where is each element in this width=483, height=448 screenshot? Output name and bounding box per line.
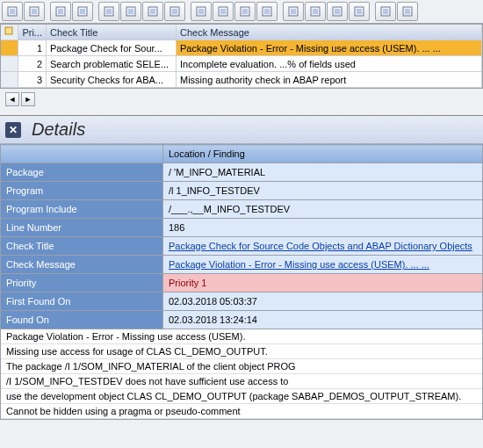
svg-rect-35 [405, 9, 410, 14]
detail-value: /___.,__M_INFO_TESTDEV [163, 200, 483, 219]
details-col-location: Location / Finding [163, 145, 483, 163]
sub2-icon[interactable] [256, 2, 278, 21]
cell-check-message: Incomplete evaluation. ...% of fields us… [177, 56, 482, 72]
scroll-left-icon[interactable]: ◄ [5, 92, 19, 106]
detail-label: First Found On [1, 293, 163, 311]
variant-icon[interactable] [375, 2, 396, 21]
details-title: Details [32, 119, 85, 140]
longtext-line: Missing use access for usage of CLAS CL_… [1, 344, 482, 359]
details-col-blank [1, 145, 163, 163]
detail-label: Program [1, 182, 163, 200]
longtext-line: Package Violation - Error - Missing use … [1, 329, 482, 344]
detail-icon[interactable] [283, 2, 304, 21]
svg-rect-7 [80, 9, 85, 14]
row-handle[interactable] [1, 72, 18, 88]
svg-rect-3 [32, 9, 37, 14]
detail-value: 186 [163, 219, 483, 237]
detail-label: Program Include [1, 200, 163, 219]
svg-rect-21 [242, 9, 248, 14]
details-table: Location / Finding Package/ 'M_INFO_MATE… [0, 144, 483, 329]
longtext-line: /I 1/SOM_INFO_TESTDEV does not have suff… [1, 374, 482, 389]
detail-label: Found On [1, 311, 163, 329]
details-header: ✕ Details [0, 116, 483, 144]
svg-rect-1 [10, 9, 15, 14]
svg-rect-31 [357, 9, 362, 14]
svg-rect-5 [58, 9, 63, 14]
grid-header-row: Pri... Check Title Check Message [1, 25, 482, 40]
detail-label: Line Number [1, 219, 163, 237]
cell-priority: 3 [18, 72, 47, 88]
longtext-line: use the development object CLAS CL_DEMO_… [1, 389, 482, 404]
cell-check-title: Search problematic SELE... [47, 56, 177, 72]
svg-rect-36 [5, 27, 12, 34]
cell-priority: 1 [18, 40, 47, 56]
print-icon[interactable] [98, 2, 119, 21]
detail-label: Check Title [1, 237, 163, 256]
group-icon[interactable] [213, 2, 234, 21]
svg-rect-27 [313, 9, 318, 14]
detail-label: Package [1, 163, 163, 182]
detail-label: Priority [1, 274, 163, 293]
find-icon[interactable] [2, 2, 23, 21]
col-header-check-title[interactable]: Check Title [47, 25, 177, 40]
import-icon[interactable] [50, 2, 71, 21]
svg-rect-11 [128, 9, 133, 14]
svg-rect-33 [383, 9, 388, 14]
scroll-right-icon[interactable]: ► [21, 92, 35, 106]
find2-icon[interactable] [142, 2, 163, 21]
longtext-line: The package /I 1/SOM_INFO_MATERIAL of th… [1, 359, 482, 374]
results-grid: Pri... Check Title Check Message 1Packag… [0, 24, 483, 89]
close-icon[interactable]: ✕ [5, 122, 21, 138]
svg-rect-25 [291, 9, 296, 14]
detail-value[interactable]: Package Violation - Error - Missing use … [163, 256, 483, 274]
detail-value: /l 1_INFO_TESTDEV [163, 182, 483, 200]
cell-check-title: Package Check for Sour... [47, 40, 177, 56]
table-row[interactable]: 1Package Check for Sour...Package Violat… [1, 40, 482, 56]
col-header-priority[interactable]: Pri... [18, 25, 47, 40]
svg-rect-15 [172, 9, 177, 14]
detail-value[interactable]: Package Check for Source Code Objects an… [163, 237, 483, 256]
row-handle[interactable] [1, 56, 18, 72]
detail-value: / 'M_INFO_MATERIAL [163, 163, 483, 182]
sort-icon[interactable] [164, 2, 185, 21]
details-panel: ✕ Details Location / Finding Package/ 'M… [0, 115, 483, 420]
longtext-line: Cannot be hidden using a pragma or pseud… [1, 404, 482, 419]
detail-value: Priority 1 [163, 274, 483, 293]
svg-rect-13 [150, 9, 155, 14]
table-row[interactable]: 2Search problematic SELE...Incomplete ev… [1, 56, 482, 72]
cell-check-message: Missing authority check in ABAP report [177, 72, 482, 88]
filter-icon[interactable] [120, 2, 141, 21]
detail-label: Check Message [1, 256, 163, 274]
svg-rect-17 [198, 9, 204, 14]
detail-value: 02.03.2018 05:03:37 [163, 293, 483, 311]
svg-rect-19 [220, 9, 226, 14]
grid-corner [1, 25, 18, 40]
row-handle[interactable] [1, 40, 18, 56]
word-icon[interactable] [327, 2, 348, 21]
details-longtext: Package Violation - Error - Missing use … [0, 329, 483, 420]
svg-rect-29 [335, 9, 340, 14]
excel-icon[interactable] [305, 2, 326, 21]
config-icon[interactable] [397, 2, 418, 21]
sub-icon[interactable] [234, 2, 256, 21]
detail-value: 02.03.2018 13:24:14 [163, 311, 483, 329]
grid-scroll-controls: ◄ ► [0, 89, 483, 110]
table-row[interactable]: 3Security Checks for ABA...Missing autho… [1, 72, 482, 88]
sum-icon[interactable] [191, 2, 212, 21]
layout-icon[interactable] [72, 2, 93, 21]
svg-rect-9 [106, 9, 112, 14]
tree-icon[interactable] [349, 2, 370, 21]
alv-toolbar [0, 0, 483, 24]
svg-rect-23 [264, 9, 270, 14]
cell-priority: 2 [18, 56, 47, 72]
cell-check-message: Package Violation - Error - Missing use … [177, 40, 482, 56]
export-icon[interactable] [24, 2, 45, 21]
cell-check-title: Security Checks for ABA... [47, 72, 177, 88]
col-header-check-message[interactable]: Check Message [177, 25, 482, 40]
